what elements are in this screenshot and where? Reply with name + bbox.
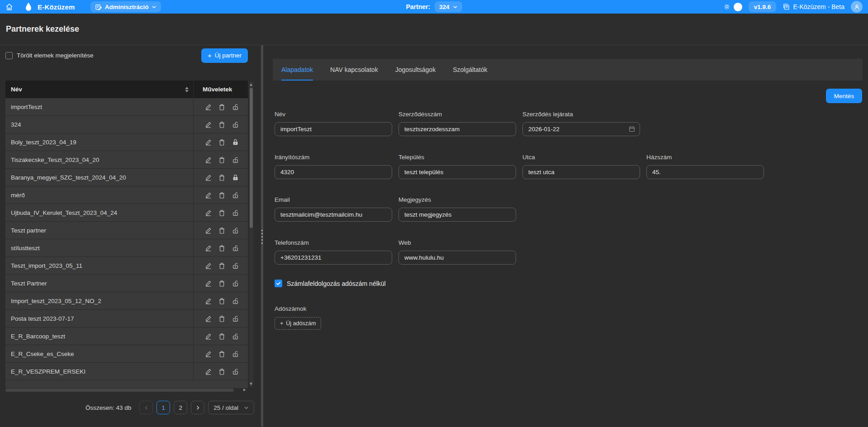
- edit-icon[interactable]: [205, 351, 212, 357]
- szerzodes-lejarata-date-input[interactable]: [522, 122, 640, 136]
- table-row[interactable]: E_R_VESZPREM_ERSEKI: [5, 363, 248, 380]
- delete-icon[interactable]: [218, 351, 225, 357]
- tab-szolgaltatok[interactable]: Szolgáltatók: [453, 59, 487, 81]
- table-row[interactable]: importTeszt: [5, 98, 248, 116]
- horizontal-scrollbar-thumb[interactable]: [5, 389, 234, 392]
- email-input[interactable]: [275, 208, 392, 222]
- table-row[interactable]: Teszt partner: [5, 222, 248, 239]
- unlock-icon[interactable]: [232, 192, 239, 199]
- unlock-icon[interactable]: [232, 121, 239, 128]
- delete-icon[interactable]: [218, 104, 225, 110]
- delete-icon[interactable]: [218, 157, 225, 163]
- edit-icon[interactable]: [205, 104, 212, 110]
- pagination-prev-button[interactable]: [139, 401, 153, 414]
- user-avatar[interactable]: [851, 1, 863, 13]
- unlock-icon[interactable]: [232, 333, 239, 340]
- table-row[interactable]: E_R_Cseke_es_Cseke: [5, 345, 248, 363]
- edit-icon[interactable]: [205, 192, 212, 199]
- theme-toggle[interactable]: [734, 3, 742, 11]
- delete-icon[interactable]: [218, 192, 225, 199]
- table-row[interactable]: stílustteszt: [5, 239, 248, 257]
- delete-icon[interactable]: [218, 280, 225, 287]
- table-row[interactable]: Teszt_import_2023_05_11: [5, 257, 248, 275]
- nav-menu-adminisztracio[interactable]: Adminisztráció: [90, 1, 161, 12]
- delete-icon[interactable]: [218, 174, 225, 181]
- edit-icon[interactable]: [205, 298, 212, 304]
- delete-icon[interactable]: [218, 298, 225, 304]
- unlock-icon[interactable]: [232, 104, 239, 110]
- edit-icon[interactable]: [205, 157, 212, 163]
- edit-icon[interactable]: [205, 368, 212, 375]
- table-row[interactable]: Import_teszt_2023_05_12_NO_2: [5, 292, 248, 310]
- delete-icon[interactable]: [218, 227, 225, 234]
- unlock-icon[interactable]: [232, 262, 239, 269]
- scroll-right-arrow[interactable]: [243, 389, 246, 391]
- horizontal-scrollbar[interactable]: [5, 388, 248, 392]
- tab-alapadatok[interactable]: Alapadatok: [281, 59, 313, 81]
- table-row[interactable]: Baranya_megyei_SZC_teszt_2024_04_20: [5, 169, 248, 186]
- iranyitoszam-input[interactable]: [275, 165, 392, 179]
- panel-resize-handle[interactable]: [261, 45, 263, 427]
- szerzodesszam-input[interactable]: [398, 122, 516, 136]
- partner-select[interactable]: 324: [435, 1, 462, 12]
- unlock-icon[interactable]: [232, 209, 239, 216]
- pagination-next-button[interactable]: [191, 401, 204, 414]
- scroll-up-arrow[interactable]: [250, 83, 252, 86]
- edit-icon[interactable]: [205, 121, 212, 128]
- unlock-icon[interactable]: [232, 298, 239, 304]
- utca-input[interactable]: [522, 165, 640, 179]
- tab-jogosultsagok[interactable]: Jogosultságok: [395, 59, 436, 81]
- nev-input[interactable]: [275, 122, 392, 136]
- show-deleted-checkbox[interactable]: [5, 52, 13, 59]
- edit-icon[interactable]: [205, 262, 212, 269]
- table-row[interactable]: Boly_teszt_2023_04_19: [5, 133, 248, 151]
- edit-icon[interactable]: [205, 280, 212, 287]
- delete-icon[interactable]: [218, 333, 225, 340]
- table-row[interactable]: mérő: [5, 186, 248, 204]
- table-row[interactable]: Tiszakecske_Teszt_2023_04_20: [5, 151, 248, 169]
- megjegyzes-input[interactable]: [398, 208, 516, 222]
- delete-icon[interactable]: [218, 209, 225, 216]
- hazszam-input[interactable]: [646, 165, 764, 179]
- table-row[interactable]: Posta teszt 2023-07-17: [5, 310, 248, 327]
- table-row[interactable]: Ujbuda_IV_Kerulet_Teszt_2023_04_24: [5, 204, 248, 222]
- edit-icon[interactable]: [205, 245, 212, 251]
- pagination-page-2[interactable]: 2: [174, 401, 187, 414]
- lock-icon[interactable]: [232, 174, 239, 181]
- home-icon[interactable]: [5, 3, 13, 11]
- version-select[interactable]: v1.9.6: [749, 1, 777, 12]
- delete-icon[interactable]: [218, 368, 225, 375]
- edit-icon[interactable]: [205, 209, 212, 216]
- edit-icon[interactable]: [205, 333, 212, 340]
- new-tax-number-button[interactable]: + Új adószám: [275, 317, 321, 330]
- tab-nav-kapcsolatok[interactable]: NAV kapcsolatok: [330, 59, 378, 81]
- scroll-down-arrow[interactable]: [250, 383, 252, 385]
- unlock-icon[interactable]: [232, 227, 239, 234]
- delete-icon[interactable]: [218, 139, 225, 146]
- table-row[interactable]: E_R_Barcoop_teszt: [5, 327, 248, 345]
- unlock-icon[interactable]: [232, 315, 239, 322]
- sort-icon[interactable]: [185, 87, 189, 92]
- vertical-scrollbar-thumb[interactable]: [250, 88, 253, 228]
- telepules-input[interactable]: [398, 165, 516, 179]
- delete-icon[interactable]: [218, 315, 225, 322]
- web-input[interactable]: [398, 251, 516, 265]
- delete-icon[interactable]: [218, 245, 225, 251]
- page-size-select[interactable]: 25 / oldal: [208, 401, 254, 414]
- unlock-icon[interactable]: [232, 157, 239, 163]
- delete-icon[interactable]: [218, 121, 225, 128]
- column-header-nev[interactable]: Név: [5, 81, 193, 98]
- new-partner-button[interactable]: + Új partner: [201, 48, 248, 63]
- lock-icon[interactable]: [232, 139, 239, 146]
- unlock-icon[interactable]: [232, 245, 239, 251]
- no-tax-checkbox[interactable]: [275, 280, 282, 287]
- delete-icon[interactable]: [218, 262, 225, 269]
- edit-icon[interactable]: [205, 139, 212, 146]
- unlock-icon[interactable]: [232, 368, 239, 375]
- calendar-icon[interactable]: [629, 126, 635, 132]
- table-row[interactable]: 324: [5, 116, 248, 133]
- edit-icon[interactable]: [205, 315, 212, 322]
- edit-icon[interactable]: [205, 227, 212, 234]
- telefonszam-input[interactable]: [275, 251, 392, 265]
- table-row[interactable]: Teszt Partner: [5, 275, 248, 292]
